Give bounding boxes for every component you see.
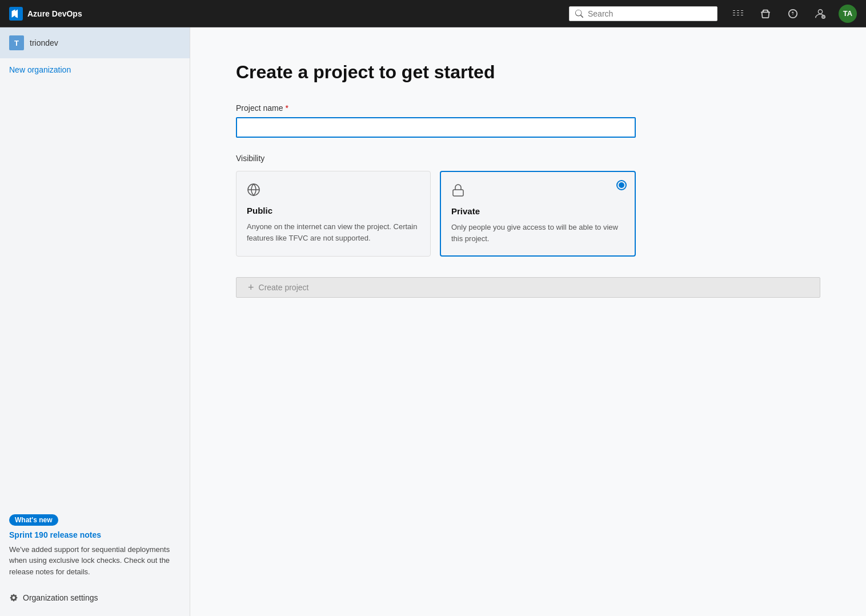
app-header: Azure DevOps [0, 0, 866, 27]
app-name-label: Azure DevOps [27, 9, 82, 18]
search-input[interactable] [588, 9, 711, 18]
private-title: Private [451, 206, 624, 216]
header-icons: TA [729, 5, 857, 23]
globe-icon [247, 183, 420, 200]
svg-rect-1 [733, 10, 735, 11]
org-settings-link[interactable]: Organization settings [9, 589, 181, 607]
org-avatar: T [9, 35, 24, 50]
svg-rect-9 [741, 15, 743, 15]
gear-icon [9, 593, 18, 602]
user-settings-icon[interactable] [811, 5, 829, 23]
private-desc: Only people you give access to will be a… [451, 222, 624, 244]
svg-rect-6 [737, 15, 739, 15]
org-settings-label: Organization settings [23, 593, 98, 602]
project-name-input[interactable] [236, 117, 636, 138]
sidebar-org-item[interactable]: T triondev [0, 27, 190, 58]
main-layout: T triondev New organization What's new S… [0, 27, 866, 616]
new-org-link[interactable]: New organization [0, 58, 190, 81]
whats-new-badge: What's new [9, 514, 58, 526]
release-description: We've added support for sequential deplo… [9, 544, 181, 578]
public-visibility-card[interactable]: Public Anyone on the internet can view t… [236, 171, 431, 257]
search-icon [575, 10, 583, 18]
svg-point-10 [818, 9, 822, 13]
plus-icon: + [248, 282, 254, 293]
svg-rect-14 [453, 190, 463, 196]
user-avatar[interactable]: TA [839, 5, 857, 23]
svg-rect-5 [737, 13, 739, 13]
notifications-icon[interactable] [729, 5, 747, 23]
main-content: Create a project to get started Project … [190, 27, 866, 616]
radio-selected-indicator [616, 180, 627, 190]
org-name-label: triondev [30, 38, 58, 47]
release-notes-link[interactable]: Sprint 190 release notes [9, 530, 181, 539]
private-visibility-card[interactable]: Private Only people you give access to w… [440, 171, 636, 257]
required-indicator: * [285, 103, 288, 113]
azure-devops-logo-icon [9, 7, 23, 21]
svg-rect-4 [737, 10, 739, 11]
svg-rect-8 [741, 13, 743, 13]
public-title: Public [247, 206, 420, 215]
svg-rect-7 [741, 10, 743, 11]
shopping-bag-icon[interactable] [756, 5, 775, 23]
help-icon[interactable] [784, 5, 802, 23]
app-logo[interactable]: Azure DevOps [9, 7, 82, 21]
sidebar-bottom: What's new Sprint 190 release notes We'v… [0, 505, 190, 617]
sidebar: T triondev New organization What's new S… [0, 27, 190, 616]
project-name-field: Project name * [236, 103, 820, 138]
svg-rect-3 [733, 15, 735, 15]
lock-icon [451, 183, 624, 201]
page-title: Create a project to get started [236, 62, 820, 83]
visibility-label: Visibility [236, 154, 820, 163]
svg-rect-2 [733, 13, 735, 13]
create-project-label: Create project [259, 283, 309, 292]
public-desc: Anyone on the internet can view the proj… [247, 221, 420, 243]
project-name-label: Project name * [236, 103, 820, 113]
create-project-button[interactable]: + Create project [236, 277, 820, 298]
search-bar[interactable] [569, 6, 717, 21]
visibility-options: Public Anyone on the internet can view t… [236, 171, 636, 257]
